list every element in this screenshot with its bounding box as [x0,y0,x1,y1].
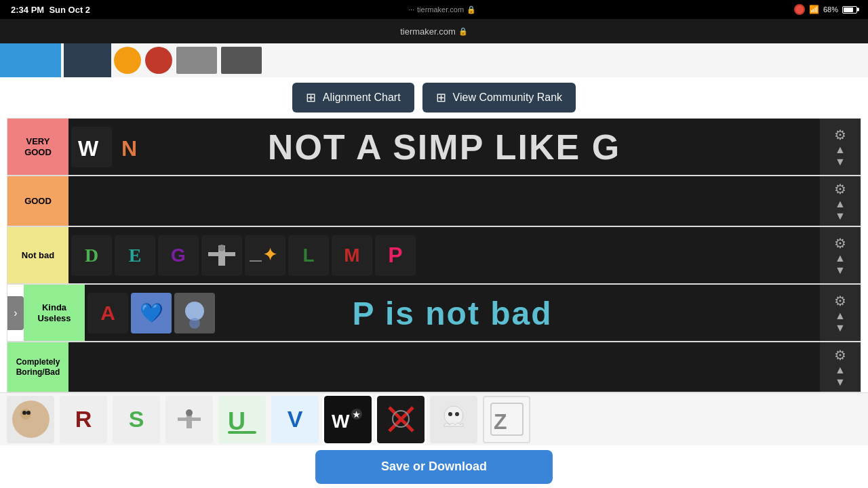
tray-blob[interactable] [7,396,54,443]
nav-tabs: ⊞ Alignment Chart ⊞ View Community Rank [0,77,868,118]
svg-text:✦: ✦ [263,245,277,264]
tile-L[interactable]: L [288,235,329,276]
up-arrow-good[interactable]: ▲ [835,199,846,209]
down-arrow-very-good[interactable]: ▼ [835,157,846,167]
tier-controls-good: ⚙ ▲ ▼ [820,176,861,226]
tile-N[interactable]: N [115,127,155,167]
community-rank-tab[interactable]: ⊞ View Community Rank [422,83,576,113]
main-content: VERY GOOD W N NOT A SIMP LIKE G ⚙ ▲ ▼ [0,118,868,488]
tier-label-completely-boring: Completely Boring/Bad [7,342,68,392]
alignment-chart-tab[interactable]: ⊞ Alignment Chart [292,83,414,113]
tile-E[interactable]: E [115,235,155,276]
tray-W1[interactable]: W ★ [324,396,372,443]
overlay-text-row3: P is not bad [352,294,552,331]
tray-V[interactable]: V [271,396,319,443]
tray-T[interactable] [165,396,213,443]
tile-K[interactable]: — ✦ [245,235,285,276]
tile-T[interactable] [201,235,242,276]
down-arrow-kinda-useless[interactable]: ▼ [835,323,846,333]
gear-icon-kinda-useless[interactable]: ⚙ [834,293,846,309]
svg-rect-17 [228,431,256,434]
tray-Z[interactable]: Z [483,396,530,443]
tier-label-not-bad: Not bad [7,227,68,283]
tray-W2[interactable] [377,396,425,443]
svg-point-27 [444,406,463,425]
tier-label-very-good: VERY GOOD [7,119,68,175]
row1-overlay: NOT A SIMP LIKE G [68,119,820,175]
battery-percentage: 68% [823,5,838,14]
tile-M[interactable]: M [332,235,372,276]
alignment-chart-label: Alignment Chart [323,92,401,104]
gear-icon-very-good[interactable]: ⚙ [834,127,846,143]
strip-item-gray [176,47,217,74]
items-tray: R S U V W ★ [0,392,868,445]
tier-items-kinda-useless[interactable]: A 💙 P is not bad [85,285,820,341]
community-rank-label: View Community Rank [453,92,563,104]
tier-label-good: GOOD [7,176,68,226]
down-arrow-good[interactable]: ▼ [835,211,846,222]
tier-label-kinda-useless: Kinda Useless [24,285,85,341]
status-bar: 2:34 PM Sun Oct 2 ··· tiermaker.com 🔒 📶 … [0,0,868,19]
tier-items-very-good[interactable]: W N NOT A SIMP LIKE G [68,119,820,175]
strip-item-dark [64,43,111,77]
tier-controls-completely-boring: ⚙ ▲ ▼ [820,342,861,392]
down-arrow-not-bad[interactable]: ▼ [835,265,846,276]
tier-list: VERY GOOD W N NOT A SIMP LIKE G ⚙ ▲ ▼ [0,118,868,392]
up-arrow-kinda-useless[interactable]: ▲ [835,310,846,321]
tier-controls-very-good: ⚙ ▲ ▼ [820,119,861,175]
lock-icon: 🔒 [467,5,476,14]
strip-item-blue [0,43,61,77]
tile-W[interactable]: W [71,127,112,167]
tray-ghost[interactable] [430,396,477,443]
up-arrow-not-bad[interactable]: ▲ [835,253,846,264]
up-arrow-completely-boring[interactable]: ▲ [835,365,846,375]
tier-items-completely-boring[interactable] [68,342,820,392]
browser-bar: tiermaker.com 🔒 [0,19,868,43]
tray-S[interactable]: S [113,396,160,443]
tile-P[interactable]: P [375,235,416,276]
svg-text:Z: Z [494,409,507,434]
svg-point-11 [22,411,26,415]
tile-D[interactable]: D [71,235,112,276]
gear-icon-good[interactable]: ⚙ [834,181,846,197]
strip-circle-orange [114,47,141,74]
tier-row-completely-boring: Completely Boring/Bad ⚙ ▲ ▼ [7,342,861,392]
tile-A[interactable]: A [87,293,128,333]
strip-item-dark2 [221,47,262,74]
community-icon: ⊞ [436,90,446,105]
svg-point-29 [455,412,459,416]
down-arrow-completely-boring[interactable]: ▼ [835,377,846,388]
lock-icon-browser: 🔒 [458,27,468,36]
tile-circle-char[interactable] [174,293,215,333]
svg-point-7 [185,302,204,321]
save-download-button[interactable]: Save or Download [315,450,553,484]
tier-row-good: GOOD ⚙ ▲ ▼ [7,176,861,226]
tier-row-very-good: VERY GOOD W N NOT A SIMP LIKE G ⚙ ▲ ▼ [7,118,861,176]
tray-U[interactable]: U [218,396,266,443]
gear-icon-completely-boring[interactable]: ⚙ [834,347,846,363]
browser-url: tiermaker.com [400,26,456,37]
svg-point-28 [448,412,452,416]
left-arrow-button[interactable]: › [7,296,24,330]
svg-text:W: W [332,411,350,432]
blob-item [12,401,50,438]
svg-point-12 [26,411,31,415]
grid-icon: ⊞ [306,90,316,105]
svg-text:—: — [250,253,262,267]
status-time: 2:34 PM Sun Oct 2 [11,5,90,15]
up-arrow-very-good[interactable]: ▲ [835,144,846,155]
svg-point-8 [189,318,200,329]
battery-icon [842,6,857,14]
svg-point-4 [218,245,225,251]
save-area: Save or Download [0,445,868,488]
svg-text:N: N [121,136,137,161]
svg-text:W: W [78,136,99,161]
tier-items-good[interactable] [68,176,820,226]
status-right: 📶 68% [794,4,857,15]
tile-heart[interactable]: 💙 [131,293,172,333]
tile-G[interactable]: G [158,235,199,276]
overlay-text-row1: NOT A SIMP LIKE G [268,127,620,167]
tier-items-not-bad[interactable]: D E G — ✦ L M P [68,227,820,283]
gear-icon-not-bad[interactable]: ⚙ [834,235,846,251]
tray-R[interactable]: R [60,396,107,443]
